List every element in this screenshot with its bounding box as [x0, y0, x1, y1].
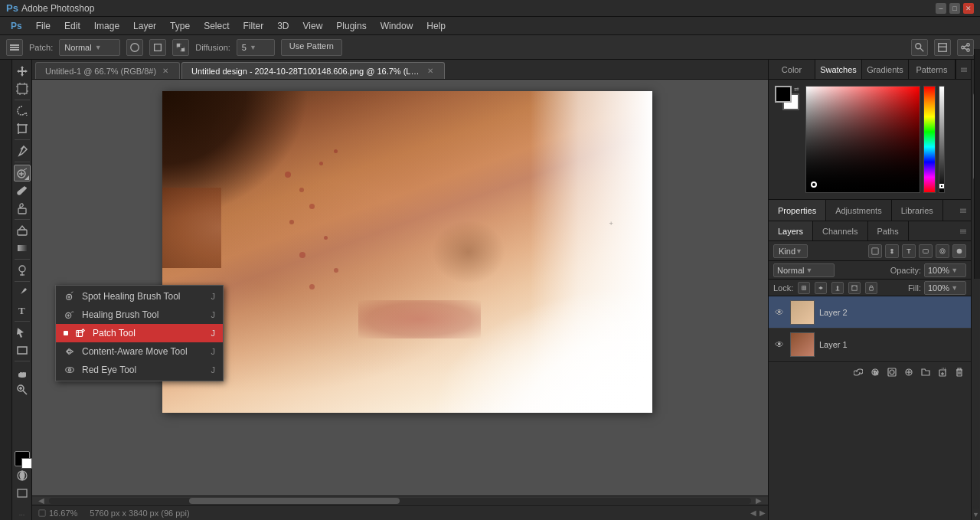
- destination-icon[interactable]: [149, 39, 166, 56]
- filter-shape-icon[interactable]: [919, 244, 933, 258]
- filter-pixel-icon[interactable]: [868, 244, 882, 258]
- dodge-tool-button[interactable]: [14, 262, 31, 279]
- new-layer-btn[interactable]: [936, 365, 949, 379]
- transparent-icon[interactable]: [172, 39, 189, 56]
- tab-untitled1[interactable]: Untitled-1 @ 66.7% (RGB/8#) ✕: [35, 62, 180, 79]
- zoom-tool-button[interactable]: [14, 381, 31, 398]
- menu-layer[interactable]: Layer: [127, 19, 162, 33]
- lock-all-btn[interactable]: [865, 282, 877, 294]
- menu-select[interactable]: Select: [198, 19, 235, 33]
- delete-layer-btn[interactable]: [952, 365, 966, 379]
- scroll-left-btn[interactable]: ◀: [34, 496, 49, 505]
- layers-menu-icon[interactable]: [956, 221, 971, 240]
- layer-mask-btn[interactable]: [885, 365, 899, 379]
- blend-mode-select[interactable]: Normal ▼: [773, 263, 835, 277]
- gradient-tool-button[interactable]: [14, 240, 31, 257]
- scroll-down-icon[interactable]: ▼: [972, 511, 979, 518]
- share-icon[interactable]: [957, 39, 974, 56]
- menu-help[interactable]: Help: [420, 19, 452, 33]
- paths-tab[interactable]: Paths: [868, 221, 909, 240]
- gradients-tab[interactable]: Gradients: [862, 60, 909, 79]
- fg-bg-selector[interactable]: ⇄: [775, 86, 799, 110]
- menu-view[interactable]: View: [297, 19, 329, 33]
- scroll-thumb-h[interactable]: [189, 498, 400, 504]
- eyedropper-tool-button[interactable]: [14, 142, 31, 159]
- document-canvas[interactable]: +: [162, 91, 652, 413]
- layer1-visibility[interactable]: 👁: [773, 339, 786, 350]
- menu-image[interactable]: Image: [88, 19, 126, 33]
- workspace-icon[interactable]: [934, 39, 951, 56]
- libraries-tab[interactable]: Libraries: [892, 200, 943, 221]
- lock-artboard-btn[interactable]: [848, 282, 861, 294]
- healing-brush-tool-button[interactable]: [14, 165, 31, 182]
- panel-menu-icon[interactable]: [956, 60, 971, 79]
- close-button[interactable]: ✕: [963, 3, 974, 14]
- color-tab[interactable]: Color: [769, 60, 815, 79]
- crop-tool-button[interactable]: [14, 120, 31, 137]
- lock-transparent-btn[interactable]: [798, 282, 810, 294]
- menu-ps[interactable]: Ps: [5, 19, 28, 33]
- artboard-tool-button[interactable]: [14, 80, 31, 97]
- ctx-content-aware[interactable]: Content-Aware Move Tool J: [56, 342, 223, 361]
- layer-item-2[interactable]: 👁 Layer 2: [769, 296, 971, 329]
- layer-link-btn[interactable]: [851, 365, 865, 379]
- brush-tool-button[interactable]: [14, 182, 31, 199]
- search-icon[interactable]: [911, 39, 928, 56]
- foreground-color[interactable]: [775, 86, 792, 103]
- menu-edit[interactable]: Edit: [58, 19, 87, 33]
- title-bar-controls[interactable]: – □ ✕: [936, 3, 974, 14]
- quick-mask-button[interactable]: [14, 467, 31, 484]
- color-cursor[interactable]: [811, 182, 817, 188]
- foreground-color-swatch[interactable]: [15, 451, 30, 466]
- tab-close-design[interactable]: ✕: [426, 67, 435, 76]
- use-pattern-button[interactable]: Use Pattern: [281, 39, 342, 56]
- move-tool-button[interactable]: [14, 63, 31, 80]
- ctx-spot-healing[interactable]: Spot Healing Brush Tool J: [56, 287, 223, 306]
- fill-select[interactable]: 100% ▼: [924, 281, 966, 295]
- ctx-patch-tool[interactable]: Patch Tool J: [56, 324, 223, 342]
- swap-colors-icon[interactable]: ⇄: [794, 86, 799, 93]
- lasso-tool-button[interactable]: [14, 103, 31, 119]
- menu-3d[interactable]: 3D: [271, 19, 295, 33]
- hand-tool-button[interactable]: [14, 364, 31, 381]
- layers-tab[interactable]: Layers: [769, 221, 813, 240]
- source-icon[interactable]: [126, 39, 143, 56]
- filter-toggle[interactable]: [952, 244, 966, 258]
- scroll-track-h[interactable]: [49, 498, 751, 504]
- swatches-tab[interactable]: Swatches: [815, 60, 862, 79]
- lock-image-btn[interactable]: [815, 282, 827, 294]
- menu-filter[interactable]: Filter: [237, 19, 270, 33]
- color-hue-strip[interactable]: [923, 86, 936, 193]
- layer-fx-btn[interactable]: fx: [868, 365, 882, 379]
- filter-kind-select[interactable]: Kind ▼: [773, 244, 808, 258]
- menu-window[interactable]: Window: [374, 19, 420, 33]
- eraser-tool-button[interactable]: [14, 222, 31, 239]
- canvas-viewport[interactable]: + Spot Healing Brush Tool J Healing Brus…: [32, 80, 768, 495]
- layer-item-1[interactable]: 👁 Layer 1: [769, 329, 971, 361]
- patterns-tab[interactable]: Patterns: [909, 60, 956, 79]
- tab-untitled-design[interactable]: Untitled design - 2024-10-28T100148.606.…: [181, 62, 445, 79]
- path-selection-tool-button[interactable]: [14, 324, 31, 341]
- color-gradient[interactable]: [805, 86, 920, 193]
- patch-select[interactable]: Normal ▼: [59, 39, 120, 56]
- maximize-button[interactable]: □: [949, 3, 960, 14]
- type-tool-button[interactable]: T: [14, 302, 31, 319]
- layer2-visibility[interactable]: 👁: [773, 307, 786, 318]
- properties-tab[interactable]: Properties: [769, 200, 826, 221]
- rectangle-tool-button[interactable]: [14, 342, 31, 358]
- ctx-red-eye[interactable]: Red Eye Tool J: [56, 361, 223, 379]
- horizontal-scrollbar[interactable]: ◀ ▶: [32, 495, 768, 505]
- screen-mode-button[interactable]: [14, 485, 31, 502]
- channels-tab[interactable]: Channels: [813, 221, 867, 240]
- properties-menu-icon[interactable]: [956, 200, 971, 221]
- adjustments-tab[interactable]: Adjustments: [826, 200, 892, 221]
- layer-group-btn[interactable]: [919, 365, 933, 379]
- filter-adjustment-icon[interactable]: [885, 244, 899, 258]
- scroll-right-btn[interactable]: ▶: [751, 496, 766, 505]
- stamp-tool-button[interactable]: [14, 200, 31, 217]
- tab-close-untitled1[interactable]: ✕: [161, 67, 170, 76]
- filter-smart-icon[interactable]: [936, 244, 949, 258]
- diffusion-select[interactable]: 5 ▼: [237, 39, 275, 56]
- pen-tool-button[interactable]: [14, 284, 31, 301]
- menu-file[interactable]: File: [30, 19, 57, 33]
